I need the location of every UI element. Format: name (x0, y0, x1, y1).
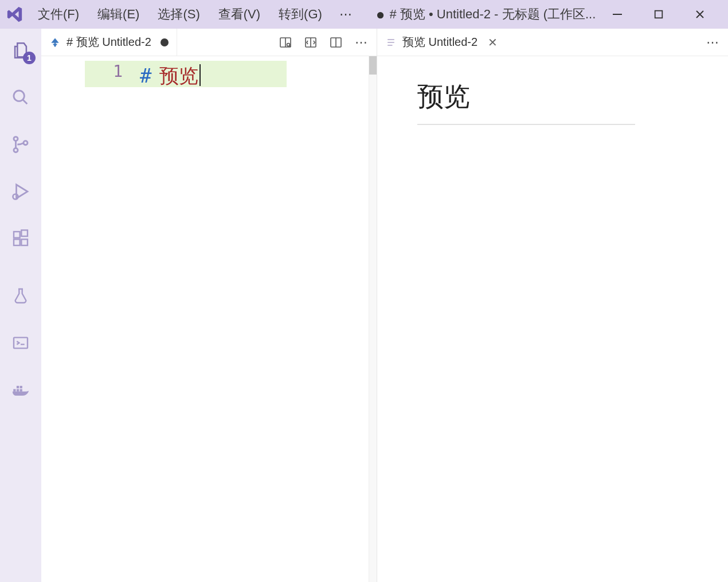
dirty-dot-icon: ● (376, 11, 385, 17)
line-gutter: 1 (41, 56, 140, 582)
menu-edit[interactable]: 编辑(E) (89, 2, 147, 26)
editor-area: # 预览 Untitled-2 ⋯ (41, 29, 728, 582)
svg-rect-7 (14, 232, 20, 238)
explorer-badge: 1 (23, 52, 36, 64)
activity-extensions[interactable] (9, 227, 32, 250)
activity-output[interactable] (9, 331, 32, 354)
preview-heading: 预览 (417, 79, 635, 125)
markdown-hash: # (140, 64, 151, 87)
menu-selection[interactable]: 选择(S) (150, 2, 208, 26)
svg-rect-13 (17, 389, 19, 392)
tab-bar-right: 预览 Untitled-2 ✕ ⋯ (377, 29, 728, 56)
tab-markdown-file[interactable]: # 预览 Untitled-2 (41, 29, 177, 56)
svg-rect-9 (21, 239, 28, 245)
activity-bar: 1 (0, 29, 41, 582)
svg-point-2 (14, 91, 24, 101)
tab-close-icon[interactable]: ✕ (488, 36, 498, 49)
svg-point-4 (14, 148, 18, 152)
activity-search[interactable] (9, 86, 32, 109)
diff-icon[interactable] (303, 35, 318, 50)
more-actions-icon[interactable]: ⋯ (705, 35, 720, 50)
svg-rect-14 (20, 389, 22, 392)
activity-docker[interactable] (9, 378, 32, 401)
editor-group-left: # 预览 Untitled-2 ⋯ (41, 29, 377, 582)
menu-go[interactable]: 转到(G) (271, 2, 330, 26)
tab-bar-left: # 预览 Untitled-2 ⋯ (41, 29, 377, 56)
tab-label: # 预览 Untitled-2 (66, 34, 151, 50)
svg-point-5 (24, 141, 28, 145)
svg-rect-8 (14, 239, 20, 245)
menu-bar: 文件(F) 编辑(E) 选择(S) 查看(V) 转到(G) ⋯ (30, 2, 359, 26)
editor-group-right: 预览 Untitled-2 ✕ ⋯ 预览 (377, 29, 728, 582)
activity-testing[interactable] (9, 284, 32, 307)
split-editor-icon[interactable] (328, 35, 343, 50)
activity-source-control[interactable] (9, 133, 32, 156)
window-title: ● # 预览 • Untitled-2 - 无标题 (工作区... (359, 6, 598, 23)
text-cursor (199, 64, 201, 86)
svg-rect-10 (21, 230, 28, 236)
line-number: 1 (41, 62, 123, 81)
markdown-preview[interactable]: 预览 (377, 56, 728, 582)
more-actions-icon[interactable]: ⋯ (354, 35, 369, 50)
svg-point-6 (13, 194, 18, 200)
editor-body-left[interactable]: 1 # 预览 (41, 56, 377, 582)
tab-dirty-indicator-icon (161, 38, 169, 46)
window-maximize-button[interactable] (651, 7, 666, 22)
svg-point-3 (14, 137, 18, 141)
code-content[interactable]: # 预览 (140, 56, 369, 582)
svg-point-18 (287, 43, 290, 46)
title-bar: 文件(F) 编辑(E) 选择(S) 查看(V) 转到(G) ⋯ ● # 预览 •… (0, 0, 728, 29)
svg-rect-12 (13, 389, 15, 392)
open-preview-side-icon[interactable] (278, 35, 293, 50)
markdown-heading-text: 预览 (151, 63, 198, 89)
window-close-button[interactable] (692, 7, 707, 22)
svg-rect-1 (655, 11, 663, 18)
svg-rect-16 (20, 386, 22, 388)
window-minimize-button[interactable] (610, 7, 625, 22)
minimap[interactable] (369, 56, 377, 582)
preview-file-icon (385, 37, 397, 48)
menu-file[interactable]: 文件(F) (30, 2, 87, 26)
tab-actions-left: ⋯ (270, 29, 377, 56)
svg-rect-0 (613, 14, 622, 15)
tab-actions-right: ⋯ (697, 29, 728, 56)
svg-rect-11 (14, 338, 28, 349)
markdown-file-icon (49, 37, 61, 48)
window-controls (598, 7, 723, 22)
svg-rect-15 (17, 386, 19, 388)
minimap-thumb[interactable] (369, 56, 377, 75)
tab-preview[interactable]: 预览 Untitled-2 ✕ (377, 29, 506, 56)
activity-run-debug[interactable] (9, 180, 32, 203)
tab-label: 预览 Untitled-2 (402, 34, 477, 50)
menu-view[interactable]: 查看(V) (210, 2, 268, 26)
menu-overflow-icon[interactable]: ⋯ (332, 3, 359, 25)
activity-explorer[interactable]: 1 (9, 39, 32, 62)
window-title-text: # 预览 • Untitled-2 - 无标题 (工作区... (390, 6, 596, 23)
vscode-logo-icon (0, 6, 30, 23)
